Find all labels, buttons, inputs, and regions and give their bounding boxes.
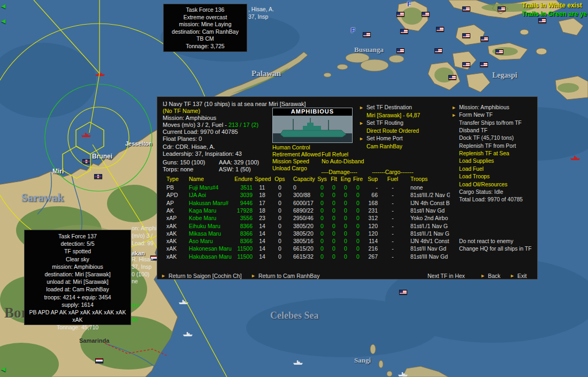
- ship-speed: 18: [255, 207, 270, 214]
- map-scroll-arrow-icon[interactable]: ◀: [1, 18, 5, 24]
- return-to-camranh-button[interactable]: ►Return to Cam RanhBay: [251, 273, 319, 279]
- ship-fire: 0: [352, 215, 364, 221]
- base-flag-us[interactable]: [480, 62, 488, 67]
- ship-capacity: 300/88: [293, 192, 310, 198]
- ship-table: TypeNameEndureSpeedOpsCapacitySysFltEngF…: [157, 97, 537, 279]
- task-force-icon-white[interactable]: [183, 332, 193, 336]
- ship-flt: 0: [329, 207, 339, 214]
- footer-label: Return to Cam RanhBay: [258, 273, 319, 279]
- ship-fuel: -: [386, 245, 399, 252]
- ship-flt: 0: [329, 230, 339, 237]
- ship-endure: 8366: [231, 230, 253, 237]
- base-flag-nl[interactable]: [95, 358, 103, 363]
- base-flag-us[interactable]: [538, 18, 546, 23]
- ship-fire: 0: [352, 223, 364, 229]
- ship-capacity: 3805/16: [293, 238, 314, 244]
- ship-row-fuji-maru-4[interactable]: PBFuji Maru#4351111000000--none: [157, 184, 538, 192]
- ship-speed: 11: [255, 184, 270, 191]
- ship-eng: 0: [340, 245, 351, 252]
- col-header-sup: Sup: [365, 176, 378, 182]
- map-scroll-arrow-icon[interactable]: ◀: [1, 366, 5, 372]
- ship-sys: 0: [317, 184, 327, 191]
- ship-row-mikasa-maru[interactable]: xAKMikasa Maru83661403805/200000120-81st…: [157, 230, 538, 238]
- task-force-icon-red[interactable]: [81, 133, 91, 137]
- action-arrow-icon: ►: [251, 273, 256, 278]
- task-force-icon-red[interactable]: [95, 72, 105, 76]
- base-flag-us[interactable]: [400, 29, 408, 34]
- ship-sys: 0: [317, 207, 327, 214]
- ship-row-aso-maru[interactable]: xAKAso Maru83661403805/160000114-IJN 4th…: [157, 238, 538, 245]
- base-flag-us[interactable]: [434, 48, 442, 53]
- tooltip-line: Tonnage: 45,710: [26, 323, 129, 331]
- ship-type: AP: [166, 200, 174, 206]
- ship-troops: 81st/III Nav Gd: [410, 253, 450, 260]
- ship-speed: 14: [255, 223, 270, 229]
- ship-fuel: -: [386, 238, 399, 244]
- ship-row-hakonesan-maru[interactable]: xAKHakonesan Maru115001406615/200000216-…: [157, 245, 538, 253]
- ship-speed: 17: [255, 200, 270, 206]
- base-flag-us[interactable]: [422, 12, 430, 17]
- next-tf-in-hex[interactable]: Next TF in Hex: [427, 273, 465, 279]
- ship-eng: 0: [340, 215, 351, 221]
- task-force-icon-white[interactable]: [293, 360, 303, 365]
- ship-fire: 0: [352, 184, 364, 191]
- base-flag-us[interactable]: [480, 36, 488, 41]
- col-header-sys: Sys: [317, 176, 327, 182]
- ship-row-hakusan-maru[interactable]: APHakusan Maru#94461706000/170000168-IJN…: [157, 200, 538, 207]
- exit-button[interactable]: ►Exit: [510, 273, 527, 279]
- ship-ops: 0: [273, 200, 287, 206]
- ship-fire: 0: [352, 200, 364, 206]
- col-header-fuel: Fuel: [386, 176, 399, 182]
- base-flag-us[interactable]: [396, 48, 404, 53]
- ship-capacity: 6615/20: [293, 245, 314, 252]
- ship-eng: 0: [340, 207, 351, 214]
- back-button[interactable]: ►Back: [480, 273, 500, 279]
- tf-info-panel: IJ Navy TF 137 (10 ships) is at sea near…: [157, 96, 538, 280]
- base-flag-us[interactable]: [462, 33, 470, 38]
- ship-fuel: -: [386, 200, 399, 206]
- ship-endure: 8366: [231, 238, 253, 244]
- tooltip-line: Clear sky: [26, 255, 129, 263]
- ship-flt: 0: [329, 184, 339, 191]
- ship-sys: 0: [317, 230, 327, 237]
- ship-eng: 0: [340, 192, 351, 198]
- ship-eng: 0: [340, 184, 351, 191]
- ship-row-ija-aoi[interactable]: APDIJA Aoi3039180300/88000066-81st/III./…: [157, 192, 538, 199]
- base-flag-us[interactable]: [399, 290, 407, 295]
- ship-sys: 0: [317, 215, 327, 221]
- ship-name: Kaga Maru: [189, 207, 216, 214]
- base-flag-us[interactable]: [462, 6, 470, 11]
- base-flag-us[interactable]: [363, 32, 371, 37]
- ship-eng: 0: [340, 238, 351, 244]
- col-header-endure: Endure: [231, 176, 253, 182]
- task-force-icon-red[interactable]: [570, 156, 580, 160]
- map-scroll-arrow-icon[interactable]: ◀: [1, 3, 5, 9]
- base-flag-us[interactable]: [436, 27, 444, 32]
- base-flag-us[interactable]: [462, 62, 470, 67]
- ship-row-eihuku-maru[interactable]: xAKEihuku Maru83661403805/200000120-81st…: [157, 223, 538, 230]
- french-base-marker[interactable]: F: [407, 1, 411, 7]
- ship-endure: 3039: [231, 192, 253, 198]
- base-flag-uk[interactable]: [94, 174, 102, 179]
- legend-line-green: Trails in Green are ye: [522, 10, 587, 18]
- return-to-saigon-button[interactable]: ►Return to Saigon [Cochin Ch]: [161, 273, 242, 279]
- ship-row-hakubasan-maru[interactable]: xAKHakubasan Maru115001406615/320000267-…: [157, 253, 538, 261]
- base-flag-us[interactable]: [448, 75, 456, 80]
- ship-row-kobe-maru[interactable]: xAPKobe Maru35562302950/460000312-Yoko 2…: [157, 215, 538, 222]
- base-flag-us[interactable]: [498, 6, 506, 11]
- base-flag-us[interactable]: [396, 12, 404, 17]
- ship-fire: 0: [352, 245, 364, 252]
- base-flag-us[interactable]: [495, 49, 503, 54]
- task-force-icon-white[interactable]: [398, 372, 408, 376]
- ship-flt: 0: [329, 253, 339, 260]
- task-force-icon-white[interactable]: [179, 300, 188, 304]
- col-header-name: Name: [189, 176, 204, 182]
- french-base-marker[interactable]: F: [351, 27, 355, 34]
- tooltip-line: PB APD AP AK xAP xAK xAK xAK xAK xAK: [26, 308, 129, 323]
- base-flag-uk[interactable]: [82, 159, 90, 164]
- tooltip-line: mission: Amphibious: [26, 263, 129, 270]
- tooltip-line: Task Force 136: [165, 6, 246, 14]
- ship-row-kaga-maru[interactable]: AKKaga Maru179281806890/220000231-81st/I…: [157, 207, 538, 215]
- ship-name: Eihuku Maru: [189, 223, 220, 229]
- ship-capacity: 6890/22: [293, 207, 314, 214]
